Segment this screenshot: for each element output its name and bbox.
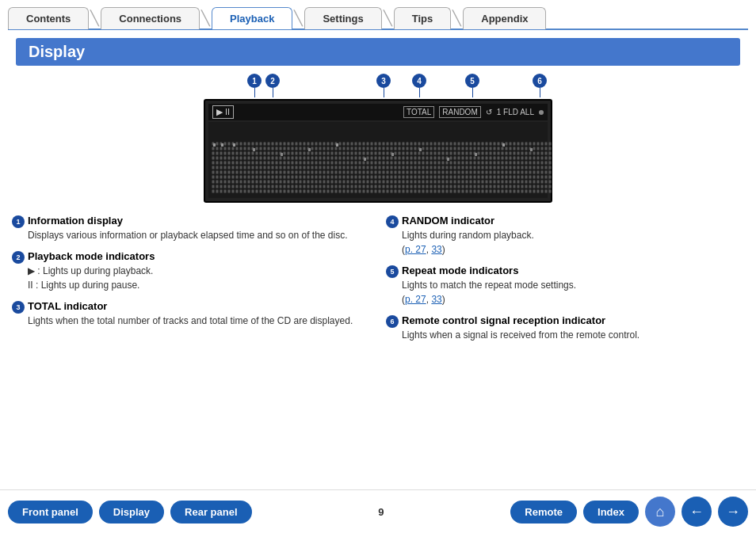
tab-tips[interactable]: Tips (394, 7, 452, 29)
random-body: Lights during random playback. (402, 230, 534, 241)
svg-rect-13 (475, 153, 477, 156)
display-button[interactable]: Display (99, 501, 164, 523)
callout-3: 3 (376, 74, 391, 88)
tab-navigation: Contents ╲ Connections ╲ Playback ╲ Sett… (0, 0, 756, 29)
vline-6 (540, 88, 540, 97)
front-panel-button[interactable]: Front panel (8, 501, 93, 523)
desc-item-2: 2 Playback mode indicators ▶ : Lights up… (12, 250, 370, 292)
callout-4: 4 (412, 74, 426, 88)
lcd-display: ▶ II TOTAL RANDOM ↺ 1 FLD ALL // Generat… (204, 99, 552, 203)
fld-all: 1 FLD ALL (497, 108, 534, 116)
desc-right-col: 4 RANDOM indicator Lights during random … (386, 215, 744, 350)
signal-dot (539, 110, 544, 115)
total-badge: TOTAL (403, 106, 434, 118)
svg-rect-14 (502, 143, 505, 147)
desc-title-3: 3 TOTAL indicator (12, 300, 370, 314)
tab-contents[interactable]: Contents (8, 7, 89, 29)
desc-body-1: Displays various information or playback… (28, 228, 370, 242)
svg-rect-11 (419, 148, 422, 151)
descriptions-section: 1 Information display Displays various i… (8, 215, 748, 350)
desc-title-5: 5 Repeat mode indicators (386, 265, 744, 278)
desc-num-2: 2 (12, 251, 25, 264)
playback-line-1: ▶ : Lights up during playback. (28, 265, 153, 276)
desc-item-6: 6 Remote control signal reception indica… (386, 314, 744, 342)
desc-body-6: Lights when a signal is received from th… (402, 328, 744, 342)
desc-title-label-2: Playback mode indicators (28, 250, 155, 262)
vline-4 (419, 88, 420, 97)
svg-rect-8 (336, 143, 338, 147)
desc-title-label-4: RANDOM indicator (402, 215, 494, 227)
display-diagram: 1 2 3 4 5 6 ▶ II TOTAL RANDOM (8, 74, 748, 203)
callout-6: 6 (533, 74, 547, 88)
desc-title-label-1: Information display (28, 215, 123, 227)
back-button[interactable]: ← (682, 497, 712, 527)
forward-arrow-icon: → (726, 504, 740, 520)
forward-button[interactable]: → (718, 497, 748, 527)
home-icon: ⌂ (656, 504, 665, 520)
ref-5-2[interactable]: 33 (431, 294, 441, 305)
ref-4-1[interactable]: p. 27 (405, 244, 426, 255)
dot-row-1: // Generate dots (212, 125, 544, 135)
remote-button[interactable]: Remote (510, 501, 577, 523)
index-button[interactable]: Index (583, 501, 639, 523)
vline-5 (472, 88, 473, 97)
tab-sep-3: ╲ (294, 10, 303, 29)
svg-rect-6 (281, 153, 283, 156)
desc-num-1: 1 (12, 215, 25, 228)
desc-body-3: Lights when the total number of tracks a… (28, 314, 370, 328)
desc-body-4: Lights during random playback. (p. 27, 3… (402, 228, 744, 257)
svg-rect-3 (221, 143, 223, 147)
back-arrow-icon: ← (689, 504, 704, 520)
vline-1 (254, 88, 255, 97)
main-content: Display 1 2 3 4 5 6 ▶ II (0, 30, 756, 350)
ref-5-1[interactable]: p. 27 (405, 294, 426, 305)
desc-item-3: 3 TOTAL indicator Lights when the total … (12, 300, 370, 328)
callout-5: 5 (465, 74, 479, 88)
desc-item-5: 5 Repeat mode indicators Lights to match… (386, 265, 744, 306)
home-button[interactable]: ⌂ (645, 497, 675, 527)
vline-2 (273, 88, 273, 97)
svg-rect-9 (364, 158, 366, 161)
dot-row-svg-1: // Generate dots (212, 125, 544, 135)
dot-matrix: // Generate dots (208, 122, 548, 139)
callout-2: 2 (265, 74, 280, 88)
tab-playback[interactable]: Playback (212, 7, 292, 29)
dot-matrix-area (208, 139, 548, 198)
repeat-icon: ↺ (486, 108, 492, 116)
random-badge: RANDOM (439, 106, 480, 118)
page-number: 9 (258, 506, 505, 518)
tab-appendix[interactable]: Appendix (463, 7, 546, 29)
tab-sep-1: ╲ (90, 10, 99, 29)
svg-rect-1 (212, 142, 552, 193)
desc-body-5: Lights to match the repeat mode settings… (402, 278, 744, 306)
desc-num-4: 4 (386, 215, 399, 228)
lcd-top-row: ▶ II TOTAL RANDOM ↺ 1 FLD ALL (208, 104, 548, 120)
diagram-wrapper: 1 2 3 4 5 6 ▶ II TOTAL RANDOM (204, 74, 552, 203)
desc-num-5: 5 (386, 265, 399, 278)
rear-panel-button[interactable]: Rear panel (170, 501, 251, 523)
svg-rect-15 (530, 148, 533, 151)
desc-title-2: 2 Playback mode indicators (12, 250, 370, 264)
tab-sep-5: ╲ (452, 10, 461, 29)
playback-line-2: II : Lights up during pause. (28, 280, 139, 291)
bottom-navigation: Front panel Display Rear panel 9 Remote … (0, 489, 756, 533)
desc-num-3: 3 (12, 301, 25, 314)
desc-title-label-3: TOTAL indicator (28, 300, 107, 312)
desc-item-1: 1 Information display Displays various i… (12, 215, 370, 242)
desc-item-4: 4 RANDOM indicator Lights during random … (386, 215, 744, 257)
repeat-body: Lights to match the repeat mode settings… (402, 280, 576, 291)
tab-sep-4: ╲ (384, 10, 392, 29)
tab-sep-2: ╲ (201, 10, 210, 29)
tab-settings[interactable]: Settings (304, 7, 381, 29)
desc-left-col: 1 Information display Displays various i… (12, 215, 370, 350)
svg-rect-7 (308, 148, 311, 151)
svg-rect-4 (233, 143, 235, 147)
svg-rect-2 (213, 143, 216, 147)
ref-4-2[interactable]: 33 (431, 244, 441, 255)
svg-rect-10 (391, 153, 394, 156)
tab-connections[interactable]: Connections (101, 7, 200, 29)
desc-title-4: 4 RANDOM indicator (386, 215, 744, 228)
svg-rect-5 (253, 148, 255, 151)
svg-rect-12 (447, 158, 449, 161)
desc-title-label-5: Repeat mode indicators (402, 265, 518, 276)
